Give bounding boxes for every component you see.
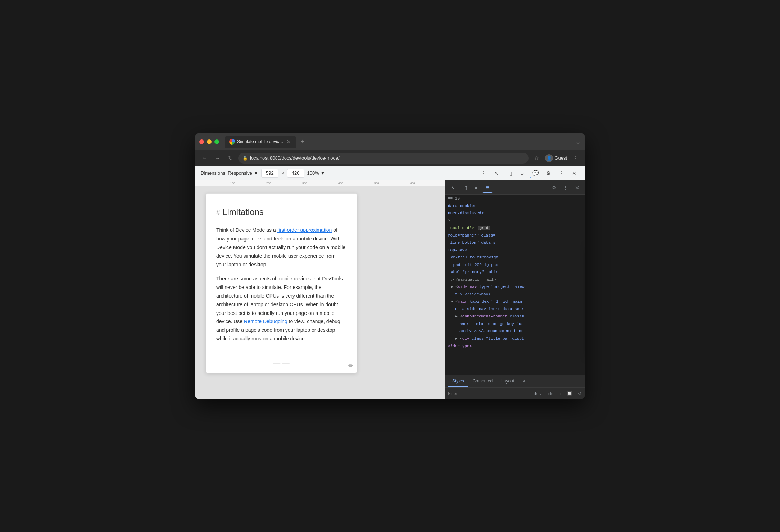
tab-bar: Simulate mobile devices with D ✕ +: [225, 136, 572, 148]
devtools-close-button[interactable]: ✕: [572, 183, 582, 193]
para1-text-start: Think of Device Mode as a: [216, 227, 277, 233]
svg-text:100: 100: [230, 182, 235, 185]
devtools-content: == $0 data-cookies- nner-dismissed> > 's…: [445, 195, 585, 375]
lock-icon: 🔒: [242, 156, 248, 161]
reload-button[interactable]: ↻: [225, 153, 235, 163]
minimize-window-button[interactable]: [207, 139, 212, 144]
panel-overflow-button[interactable]: »: [471, 183, 481, 193]
svg-text:500: 500: [374, 182, 379, 185]
zoom-dropdown-icon: ▼: [321, 170, 325, 176]
guest-label: Guest: [554, 155, 567, 161]
forward-button[interactable]: →: [212, 153, 222, 163]
devtools-toolbar: ↖ ⬚ » ≡ ⚙ ⋮ ✕: [445, 180, 585, 195]
active-tab[interactable]: Simulate mobile devices with D ✕: [225, 136, 296, 148]
dt-line-nner-info: nner--info" storage-key="us: [445, 320, 585, 328]
more-options-button[interactable]: ⋮: [479, 168, 489, 178]
page-content: # Limitations Think of Device Mode as a …: [216, 205, 346, 343]
address-bar[interactable]: 🔒 localhost:8080/docs/devtools/device-mo…: [238, 153, 529, 164]
tab-title: Simulate mobile devices with D: [237, 139, 284, 144]
svg-text:200: 200: [266, 182, 271, 185]
svg-text:400: 400: [338, 182, 343, 185]
scroll-indicator: — —: [273, 359, 290, 367]
device-frame: # Limitations Think of Device Mode as a …: [206, 193, 357, 373]
dt-line-gt: >: [445, 217, 585, 225]
heading-text: Limitations: [222, 205, 264, 219]
para2-text-start: There are some aspects of mobile devices…: [216, 276, 343, 324]
add-style-rule-button[interactable]: +: [558, 391, 563, 396]
dt-dollar-ref: == $0: [445, 195, 585, 202]
address-text: localhost:8080/docs/devtools/device-mode…: [250, 155, 340, 161]
devtools-panel: ↖ ⬚ » ≡ ⚙ ⋮ ✕ == $0 data-cookies- nner-d…: [445, 180, 585, 399]
heading-hash: #: [216, 206, 220, 218]
devtools-settings-button[interactable]: ⚙: [549, 183, 559, 193]
dt-bottom-tabs: Styles Computed Layout »: [445, 375, 585, 387]
guest-button[interactable]: 👤 Guest: [543, 153, 569, 163]
device-mode-toggle-button[interactable]: ⬚: [459, 183, 470, 193]
dt-line-nav-rail-close: …</navigation-rail>: [445, 276, 585, 284]
styles-filter-input[interactable]: [448, 391, 530, 396]
viewport-area: 100 200 300 400 500 600 # Limitations: [195, 180, 445, 399]
traffic-lights: [199, 139, 219, 144]
chrome-menu-button[interactable]: ⋮: [571, 153, 581, 163]
svg-text:600: 600: [410, 182, 415, 185]
paragraph-1: Think of Device Mode as a first-order ap…: [216, 226, 346, 269]
styles-tab[interactable]: Styles: [448, 376, 468, 387]
zoom-value: 100%: [307, 170, 319, 176]
dt-line-active: active>…</announcement-bann: [445, 327, 585, 335]
dt-line-role-banner: role="banner" class=: [445, 232, 585, 239]
nav-bar: ← → ↻ 🔒 localhost:8080/docs/devtools/dev…: [195, 150, 585, 166]
ruler-svg: 100 200 300 400 500 600: [195, 180, 445, 186]
cls-filter-button[interactable]: .cls: [546, 391, 555, 396]
height-input[interactable]: [287, 169, 304, 178]
dimensions-selector[interactable]: Dimensions: Responsive ▼: [201, 170, 258, 176]
settings-icon[interactable]: ⚙: [543, 168, 553, 178]
toggle-element-state-button[interactable]: 🔲: [566, 390, 573, 396]
browser-window: Simulate mobile devices with D ✕ + ⌄ ← →…: [195, 133, 585, 399]
page-heading: # Limitations: [216, 205, 346, 219]
dt-doctype: <!doctype>: [445, 342, 585, 350]
dt-line-announcement: ▶ <announcement-banner class=: [445, 313, 585, 320]
dt-line-pad-left: :pad-left-200 lg:pad: [445, 261, 585, 269]
dt-line-data-side-nav-inert: data-side-nav-inert data-sear: [445, 306, 585, 313]
hov-filter-button[interactable]: :hov: [532, 391, 543, 396]
elements-panel-icon[interactable]: 💬: [530, 168, 540, 178]
back-button[interactable]: ←: [199, 153, 209, 163]
guest-avatar: 👤: [545, 154, 553, 162]
inspect-element-button[interactable]: ↖: [448, 183, 458, 193]
device-toolbar: Dimensions: Responsive ▼ × 100% ▼ ⋮ ↖ ⬚ …: [195, 166, 585, 180]
close-window-button[interactable]: [199, 139, 204, 144]
chrome-favicon: [229, 139, 235, 145]
ruler-bar: 100 200 300 400 500 600: [195, 180, 445, 186]
toggle-sidebar-button[interactable]: ◁: [576, 390, 582, 396]
dt-line-line-bottom: -line-bottom" data-s: [445, 239, 585, 247]
bookmark-button[interactable]: ☆: [531, 153, 541, 163]
remote-debugging-link[interactable]: Remote Debugging: [244, 318, 287, 324]
maximize-window-button[interactable]: [214, 139, 219, 144]
title-bar: Simulate mobile devices with D ✕ + ⌄: [195, 133, 585, 150]
dt-line-side-nav: ▶ <side-nav type="project" view: [445, 283, 585, 291]
dimensions-label: Dimensions: Responsive: [201, 170, 252, 176]
more-toolbar-icon[interactable]: »: [517, 168, 527, 178]
dropdown-arrow-icon: ▼: [254, 170, 258, 176]
dt-line-banner-dismissed: nner-dismissed>: [445, 210, 585, 217]
devtools-more-options-button[interactable]: ⋮: [561, 183, 571, 193]
rotate-device-icon[interactable]: ⬚: [504, 168, 514, 178]
width-input[interactable]: [261, 169, 278, 178]
para1-text-end: of how your page looks and feels on a mo…: [216, 227, 345, 267]
tab-close-button[interactable]: ✕: [286, 139, 292, 145]
inspect-device-icon[interactable]: ↖: [491, 168, 502, 178]
close-devtools-icon[interactable]: ✕: [569, 168, 579, 178]
window-menu-button[interactable]: ⌄: [575, 138, 581, 146]
dimension-separator: ×: [281, 170, 284, 176]
new-tab-button[interactable]: +: [298, 137, 308, 147]
more-tabs-button[interactable]: »: [518, 376, 530, 387]
main-area: 100 200 300 400 500 600 # Limitations: [195, 180, 585, 399]
first-order-link[interactable]: first-order approximation: [277, 227, 332, 233]
computed-tab[interactable]: Computed: [468, 376, 497, 387]
devtools-more-icon[interactable]: ⋮: [556, 168, 566, 178]
elements-tab-button[interactable]: ≡: [482, 183, 493, 193]
pencil-icon: ✏: [348, 362, 353, 369]
svg-text:300: 300: [302, 182, 307, 185]
zoom-selector[interactable]: 100% ▼: [307, 170, 325, 176]
layout-tab[interactable]: Layout: [497, 376, 518, 387]
